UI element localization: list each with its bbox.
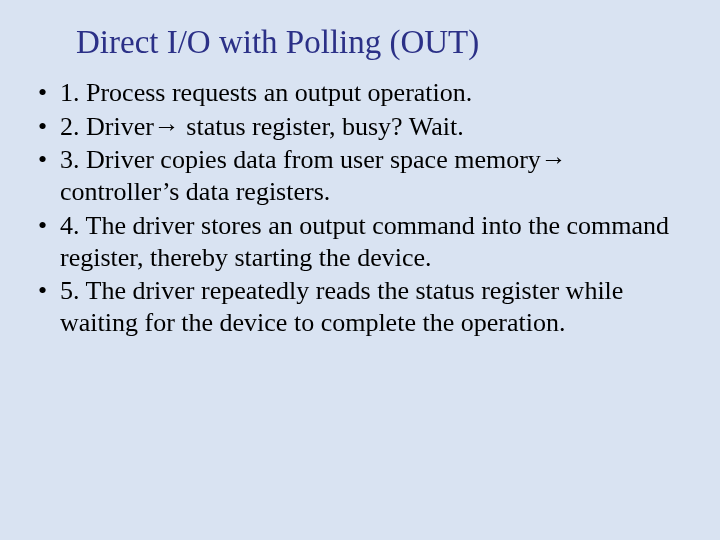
bullet-list: 1. Process requests an output operation.…	[28, 77, 692, 339]
slide-title: Direct I/O with Polling (OUT)	[76, 24, 692, 61]
list-item-text: 5. The driver repeatedly reads the statu…	[60, 276, 623, 337]
arrow-icon: →	[541, 144, 567, 174]
list-item-text: 1. Process requests an output operation.	[60, 78, 472, 107]
list-item: 3. Driver copies data from user space me…	[32, 144, 692, 207]
list-item: 2. Driver→ status register, busy? Wait.	[32, 111, 692, 143]
list-item-text-post: status register, busy? Wait.	[180, 112, 464, 141]
list-item-text: 4. The driver stores an output command i…	[60, 211, 669, 272]
list-item: 1. Process requests an output operation.	[32, 77, 692, 109]
list-item: 5. The driver repeatedly reads the statu…	[32, 275, 692, 338]
arrow-icon: →	[154, 111, 180, 141]
list-item-text: 3. Driver copies data from user space me…	[60, 145, 541, 174]
list-item: 4. The driver stores an output command i…	[32, 210, 692, 273]
list-item-text: 2. Driver	[60, 112, 154, 141]
list-item-text-post: controller’s data registers.	[60, 177, 330, 206]
slide: Direct I/O with Polling (OUT) 1. Process…	[0, 0, 720, 540]
